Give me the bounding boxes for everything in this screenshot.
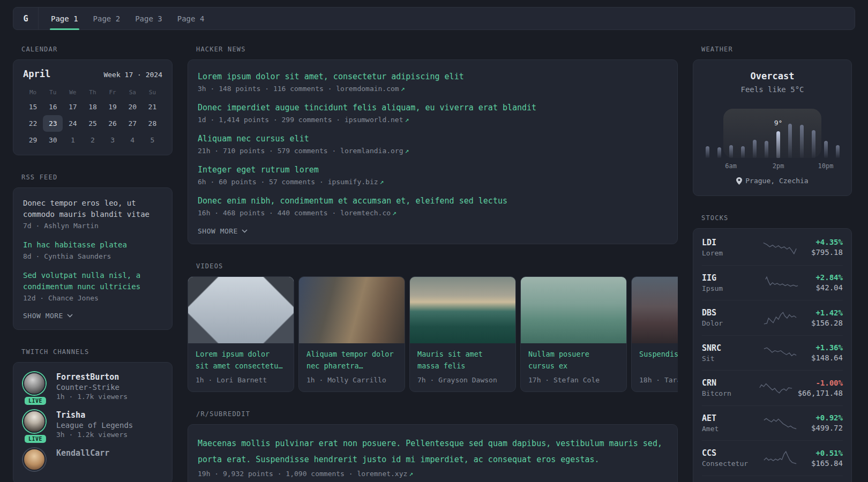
calendar-day[interactable]: 3 [103,132,123,148]
subreddit-post-title[interactable]: Maecenas mollis pulvinar erat non posuer… [198,435,668,468]
video-card[interactable]: Mauris sit amet massa felis 7h · Grayson… [409,276,516,392]
stock-row[interactable]: CRN Bitcorn -1.00% $66,171.48 [702,370,843,405]
video-title[interactable]: Lorem ipsum dolor sit amet consectetu… [196,349,286,372]
stock-values: +4.35% $795.18 [811,238,843,257]
calendar-month: April [23,69,50,79]
calendar-day[interactable]: 30 [43,132,63,148]
stock-ticker[interactable]: CRN [702,378,755,388]
calendar-day[interactable]: 1 [63,132,83,148]
calendar-day[interactable]: 19 [103,99,123,115]
stock-change: +0.51% [811,449,843,457]
rss-item-title[interactable]: In hac habitasse platea [23,239,162,251]
hn-item-title[interactable]: Donec enim nibh, condimentum et accumsan… [198,195,668,207]
hn-item-title[interactable]: Donec imperdiet augue tincidunt felis al… [198,102,668,114]
weather-bar [800,125,804,158]
stock-row[interactable]: LDI Lorem +4.35% $795.18 [702,230,843,265]
twitch-channel-row[interactable]: LIVE ForrestBurton Counter-Strike 1h · 1… [23,372,162,401]
calendar-day[interactable]: 24 [63,115,83,132]
calendar-day[interactable]: 25 [83,115,102,132]
twitch-channel-name[interactable]: KendallCarr [56,448,109,458]
video-meta: 17h · Stefan Cole [528,376,619,384]
app-logo[interactable]: G [13,7,39,29]
twitch-channel-name[interactable]: Trisha [56,410,133,420]
hn-item-title[interactable]: Integer eget rutrum lorem [198,164,668,176]
stock-sparkline [762,310,798,325]
video-card[interactable]: Suspendisse diam 18h · Tara [631,276,678,392]
stock-row[interactable]: DBS Dolor +1.42% $156.28 [702,300,843,335]
subreddit-section-label: /R/SUBREDDIT [188,410,678,418]
stock-change: +2.84% [815,273,843,282]
stock-row[interactable]: IIG Ipsum +2.84% $42.04 [702,265,843,300]
calendar-day[interactable]: 2 [83,132,102,148]
hn-item-domain[interactable]: ipsumworld.net [345,116,403,124]
stock-sparkline [762,345,798,360]
video-thumbnail [188,277,294,343]
rss-widget: RSS FEED Donec tempor eros leo, ut commo… [13,174,173,330]
stock-ticker[interactable]: LDI [702,238,755,247]
chevron-down-icon [242,229,248,233]
video-title[interactable]: Nullam posuere cursus ex [528,349,619,372]
stock-ticker[interactable]: CCS [702,448,755,458]
hn-show-more-button[interactable]: SHOW MORE [198,227,668,235]
hn-item: Integer eget rutrum lorem 6h · 60 points… [198,164,668,186]
video-thumbnail [521,277,626,343]
video-title[interactable]: Mauris sit amet massa felis [417,349,508,372]
video-card-body: Aliquam tempor dolor nec pharetra… 1h · … [299,343,405,391]
tab-page-3[interactable]: Page 3 [128,7,170,29]
rss-item-title[interactable]: Sed volutpat nulla nisl, a condimentum n… [23,270,162,292]
subreddit-post-domain[interactable]: loremnet.xyz [357,470,407,478]
calendar-day[interactable]: 18 [83,99,102,115]
hn-meta-text: 16h · 468 points · 440 comments · [198,209,340,217]
calendar-day[interactable]: 22 [23,115,43,132]
calendar-day[interactable]: 20 [123,99,143,115]
calendar-day[interactable]: 17 [63,99,83,115]
rss-show-more-label: SHOW MORE [23,312,63,320]
calendar-day[interactable]: 28 [143,115,162,132]
calendar-day[interactable]: 5 [143,132,162,148]
tab-page-4[interactable]: Page 4 [170,7,212,29]
stock-change: +0.92% [811,413,843,422]
calendar-day[interactable]: 26 [103,115,123,132]
calendar-day-header: Tu [43,87,63,99]
weather-location[interactable]: Prague, Czechia [704,177,841,185]
hn-item-domain[interactable]: ipsumify.biz [328,178,378,186]
twitch-channel-row[interactable]: LIVE Trisha League of Legends 3h · 1.2k … [23,410,162,439]
video-meta: 7h · Grayson Dawson [417,376,508,384]
calendar-day[interactable]: 16 [43,99,63,115]
calendar-day[interactable]: 27 [123,115,143,132]
calendar-day[interactable]: 15 [23,99,43,115]
tab-page-2[interactable]: Page 2 [86,7,128,29]
rss-show-more-button[interactable]: SHOW MORE [23,312,162,320]
hn-item-title[interactable]: Lorem ipsum dolor sit amet, consectetur … [198,71,668,82]
rss-item-title[interactable]: Donec tempor eros leo, ut commodo mauris… [23,198,162,220]
twitch-channel-name[interactable]: ForrestBurton [56,372,128,382]
video-card[interactable]: Nullam posuere cursus ex 17h · Stefan Co… [520,276,627,392]
stock-row[interactable]: SNRC Sit +1.36% $148.64 [702,335,843,371]
video-card[interactable]: Lorem ipsum dolor sit amet consectetu… 1… [188,276,294,392]
weather-location-text: Prague, Czechia [745,177,808,185]
hn-item-title[interactable]: Aliquam nec cursus elit [198,133,668,145]
video-title[interactable]: Suspendisse diam [639,349,678,372]
calendar-day[interactable]: 21 [143,99,162,115]
video-title[interactable]: Aliquam tempor dolor nec pharetra… [306,349,397,372]
external-link-icon: ↗ [405,116,409,124]
stock-ticker[interactable]: SNRC [702,343,755,353]
tab-page-1[interactable]: Page 1 [43,7,86,29]
stock-row[interactable]: AHS +0.46% [702,476,843,482]
calendar-day-selected[interactable]: 23 [43,115,63,132]
hn-item-domain[interactable]: loremtech.co [340,209,391,217]
twitch-channel-row[interactable]: KendallCarr [23,448,162,471]
stock-row[interactable]: AET Amet +0.92% $499.72 [702,405,843,441]
stock-ticker[interactable]: IIG [702,273,755,283]
video-row: Lorem ipsum dolor sit amet consectetu… 1… [188,276,678,392]
video-card[interactable]: Aliquam tempor dolor nec pharetra… 1h · … [298,276,405,392]
hn-item-domain[interactable]: loremdomain.com [336,85,399,93]
stock-row[interactable]: CCS Consectetur +0.51% $165.84 [702,440,843,476]
calendar-day[interactable]: 29 [23,132,43,148]
rss-item-meta: 7d · Ashlyn Martin [23,222,162,230]
calendar-day[interactable]: 4 [123,132,143,148]
weather-condition: Overcast [704,71,841,81]
stock-ticker[interactable]: AET [702,413,755,423]
hn-item-domain[interactable]: loremlandia.org [340,147,403,155]
stock-ticker[interactable]: DBS [702,308,755,318]
